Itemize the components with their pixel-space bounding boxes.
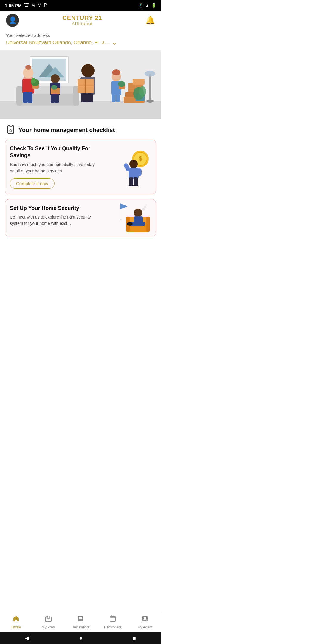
svg-point-24	[25, 65, 31, 70]
svg-point-30	[31, 78, 36, 84]
svg-point-17	[139, 86, 146, 97]
avatar-icon: 👤	[9, 16, 17, 24]
svg-text:$: $	[139, 155, 142, 162]
svg-point-51	[118, 81, 125, 87]
logo-main-text: CENTURY 21	[19, 15, 145, 21]
svg-point-74	[134, 209, 142, 217]
svg-point-31	[51, 74, 60, 83]
svg-point-13	[145, 71, 155, 77]
svg-point-80	[145, 204, 147, 206]
svg-rect-73	[146, 217, 150, 232]
image-status-icon: 🖼	[24, 3, 29, 8]
slack-status-icon: ✳	[31, 3, 35, 8]
main-scroll: 👤 CENTURY 21 Affiliated 🔔 Your selected …	[0, 11, 161, 272]
svg-point-60	[129, 160, 138, 168]
svg-rect-40	[81, 93, 87, 102]
user-avatar[interactable]: 👤	[6, 14, 19, 27]
svg-point-38	[81, 64, 95, 77]
notification-bell[interactable]: 🔔	[145, 16, 155, 25]
hero-image-banner	[0, 50, 161, 119]
svg-point-76	[127, 222, 133, 226]
svg-marker-69	[120, 203, 128, 209]
security-card-illustration	[111, 200, 153, 236]
logo-sub-text: Affiliated	[19, 21, 145, 26]
checklist-title-text: Your home management checklist	[18, 127, 115, 134]
svg-rect-41	[87, 93, 93, 102]
address-label: Your selected address	[6, 33, 155, 38]
savings-card: Check To See If You Qualify For Savings …	[5, 140, 156, 194]
svg-point-14	[146, 100, 154, 103]
svg-rect-12	[149, 74, 151, 101]
svg-rect-20	[16, 86, 22, 106]
svg-rect-53	[9, 125, 12, 126]
svg-rect-7	[133, 79, 145, 85]
gmail-status-icon: M	[38, 3, 41, 8]
cards-container: Check To See If You Qualify For Savings …	[0, 140, 161, 236]
svg-rect-77	[134, 216, 143, 223]
app-logo: CENTURY 21 Affiliated	[19, 15, 145, 26]
svg-rect-63	[137, 168, 142, 176]
security-card-description: Connect with us to explore the right sec…	[10, 214, 97, 227]
svg-rect-33	[51, 94, 55, 103]
vibrate-icon: 📳	[138, 3, 143, 8]
svg-rect-34	[55, 94, 59, 103]
address-section: Your selected address Universal Boulevar…	[0, 30, 161, 47]
security-card: Set Up Your Home Security Connect with u…	[5, 199, 156, 236]
wifi-icon: ▲	[145, 3, 149, 8]
battery-icon: 🔋	[151, 3, 156, 8]
svg-rect-27	[28, 92, 32, 103]
checklist-section-header: Your home management checklist	[0, 119, 161, 140]
svg-point-79	[144, 206, 146, 208]
svg-point-37	[51, 85, 57, 90]
parking-status-icon: P	[44, 3, 47, 8]
checklist-clipboard-icon	[6, 124, 16, 136]
savings-card-illustration: $	[117, 148, 153, 186]
savings-card-title: Check To See If You Qualify For Savings	[10, 145, 97, 159]
hero-illustration	[0, 50, 161, 119]
savings-complete-button[interactable]: Complete it now	[10, 178, 55, 189]
address-text: Universal Boulevard,Orlando, Orlando, FL…	[6, 40, 109, 46]
status-bar: 1:05 PM 🖼 ✳ M P 📳 ▲ 🔋	[0, 0, 161, 11]
svg-point-46	[112, 69, 120, 75]
app-header: 👤 CENTURY 21 Affiliated 🔔	[0, 11, 161, 30]
svg-rect-48	[112, 94, 116, 102]
svg-line-56	[11, 131, 12, 131]
address-chevron-down-icon: ⌄	[112, 39, 117, 46]
svg-point-78	[142, 208, 145, 211]
status-time: 1:05 PM	[5, 3, 22, 8]
svg-rect-49	[116, 94, 120, 102]
svg-rect-26	[23, 92, 28, 103]
address-row[interactable]: Universal Boulevard,Orlando, Orlando, FL…	[6, 39, 155, 46]
savings-card-description: See how much you can potentially save to…	[10, 162, 97, 174]
security-card-title: Set Up Your Home Security	[10, 205, 97, 212]
